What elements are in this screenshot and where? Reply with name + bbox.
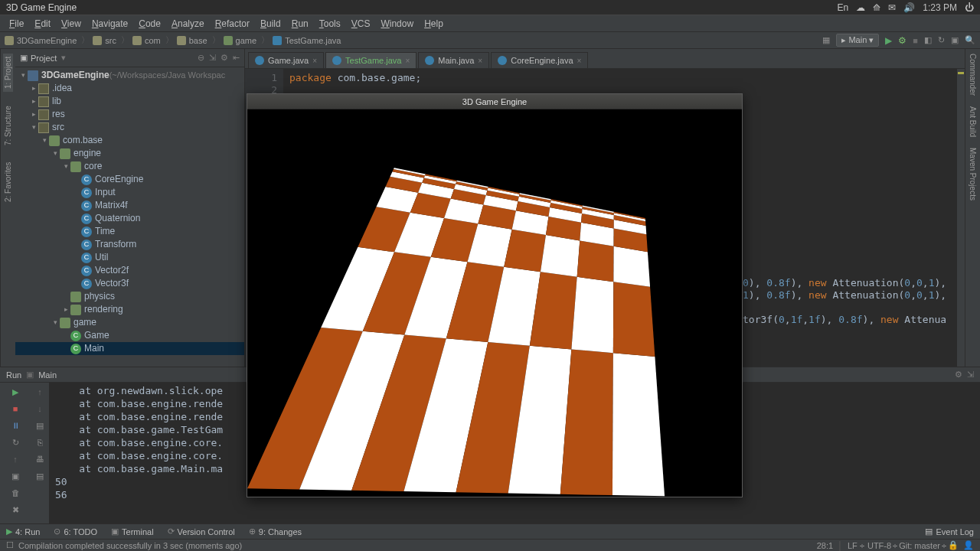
left-tool-tabs[interactable]: 2: Favorites 7: Structure 1: Project [0, 49, 15, 367]
menu-refactor[interactable]: Refactor [211, 17, 254, 31]
up-icon[interactable]: ↑ [9, 453, 21, 465]
bottom-tool-todo[interactable]: ⊙6: TODO [54, 527, 97, 536]
rerun-button[interactable]: ▶ [9, 386, 21, 398]
search-icon[interactable]: 🔍 [965, 35, 975, 45]
tree-node-transform[interactable]: CTransform [15, 238, 244, 251]
cloud-icon[interactable]: ☁ [856, 2, 865, 13]
tree-node-coreengine[interactable]: CCoreEngine [15, 173, 244, 186]
menu-analyze[interactable]: Analyze [167, 17, 209, 31]
layout-icon[interactable]: ▣ [951, 35, 959, 45]
tree-node-src[interactable]: ▾src [15, 121, 244, 134]
collapse-icon[interactable]: ⊖ [198, 53, 204, 63]
autoscroll-icon[interactable]: ⇲ [209, 53, 216, 63]
git-branch[interactable]: Git: master [899, 541, 940, 550]
pin-icon[interactable]: ✖ [9, 504, 21, 516]
editor-tabs[interactable]: Game.java×TestGame.java×Main.java×CoreEn… [245, 49, 965, 69]
power-icon[interactable]: ⏻ [965, 2, 974, 13]
breadcrumb-item[interactable]: 3DGameEngine [5, 34, 77, 46]
tree-node-matrix4f[interactable]: CMatrix4f [15, 199, 244, 212]
tree-node-main[interactable]: CMain [15, 342, 244, 355]
stop-run-button[interactable]: ■ [9, 403, 21, 415]
menu-help[interactable]: Help [420, 17, 448, 31]
restore-icon[interactable]: ↻ [9, 436, 21, 448]
encoding[interactable]: UTF-8 [867, 541, 891, 550]
bottom-tool-versioncontrol[interactable]: ⟳Version Control [168, 527, 235, 536]
bottom-tool-terminal[interactable]: ▣Terminal [111, 527, 154, 536]
line-ending[interactable]: LF ÷ [848, 541, 864, 550]
breadcrumb-item[interactable]: 〉base [165, 34, 207, 46]
editor-tab[interactable]: Game.java× [248, 52, 324, 68]
pause-button[interactable]: ⏸ [9, 419, 21, 432]
clock[interactable]: 1:23 PM [923, 2, 957, 13]
tool-commander[interactable]: Commander [969, 54, 977, 96]
game-window[interactable]: 3D Game Engine [247, 93, 743, 497]
project-tree[interactable]: ▾3DGameEngine (~/Workspaces/Java Workspa… [15, 67, 244, 367]
run-button[interactable]: ▶ [885, 35, 892, 46]
tree-node-quaternion[interactable]: CQuaternion [15, 212, 244, 225]
mail-icon[interactable]: ✉ [888, 2, 896, 13]
menu-edit[interactable]: Edit [30, 17, 55, 31]
right-tool-tabs[interactable]: Commander Ant Build Maven Projects [965, 49, 980, 367]
tree-node-rendering[interactable]: ▸rendering [15, 303, 244, 316]
breadcrumb-item[interactable]: 〉src [81, 34, 116, 46]
breadcrumb-item[interactable]: 〉com [121, 34, 161, 46]
run-min-icon[interactable]: ⇲ [967, 370, 974, 380]
tool-favorites[interactable]: 2: Favorites [3, 159, 13, 205]
tree-node-util[interactable]: CUtil [15, 251, 244, 264]
tree-node-time[interactable]: CTime [15, 225, 244, 238]
menu-build[interactable]: Build [256, 17, 286, 31]
status-notify-icon[interactable]: ☐ [6, 540, 14, 550]
menu-navigate[interactable]: Navigate [87, 17, 132, 31]
tool-ant[interactable]: Ant Build [969, 106, 977, 137]
menu-run[interactable]: Run [287, 17, 313, 31]
tree-node-input[interactable]: CInput [15, 186, 244, 199]
run-toolbar[interactable]: ▶ ■ ⏸ ↻ ↑ ▣ 🗑 ✖ [0, 383, 31, 523]
stop-button[interactable]: ■ [913, 36, 918, 45]
cov-icon[interactable]: ◧ [924, 35, 932, 45]
tree-node-res[interactable]: ▸res [15, 108, 244, 121]
menu-tools[interactable]: Tools [315, 17, 345, 31]
error-stripe[interactable] [957, 69, 965, 367]
tool-structure[interactable]: 7: Structure [3, 103, 13, 148]
tool-project[interactable]: 1: Project [3, 54, 13, 92]
tree-node-physics[interactable]: physics [15, 290, 244, 303]
run-toolbar-2[interactable]: ↑ ↓ ▤ ⎘ 🖶 ▤ [31, 383, 49, 523]
event-log-button[interactable]: ▤ Event Log [925, 527, 974, 536]
tree-node-vector3f[interactable]: CVector3f [15, 277, 244, 290]
breadcrumb-item[interactable]: 〉game [212, 34, 257, 46]
debug-button[interactable]: ⚙ [898, 35, 906, 46]
tree-node-engine[interactable]: ▾engine [15, 147, 244, 160]
tree-node-com.base[interactable]: ▾com.base [15, 134, 244, 147]
tool-maven[interactable]: Maven Projects [969, 148, 977, 201]
hat-icon[interactable]: 👤 [963, 540, 974, 550]
run-config-select[interactable]: ▸ Main ▾ [836, 34, 879, 47]
tree-node-core[interactable]: ▾core [15, 160, 244, 173]
build-icon[interactable]: ▦ [822, 35, 830, 45]
dump-icon[interactable]: ▣ [9, 470, 21, 482]
bottom-tool-changes[interactable]: ⊕9: Changes [249, 527, 302, 536]
menu-vcs[interactable]: VCS [347, 17, 375, 31]
editor-tab[interactable]: CoreEngine.java× [491, 52, 588, 68]
tree-node-lib[interactable]: ▸lib [15, 95, 244, 108]
hide-icon[interactable]: ⇤ [233, 53, 240, 63]
lock-icon[interactable]: 🔒 [948, 540, 959, 550]
breadcrumb-item[interactable]: 〉TestGame.java [261, 34, 341, 46]
game-window-title[interactable]: 3D Game Engine [247, 94, 742, 109]
run-gear-icon[interactable]: ⚙ [955, 370, 962, 380]
lang-indicator[interactable]: En [838, 2, 849, 13]
menu-view[interactable]: View [57, 17, 86, 31]
tree-node-game[interactable]: ▾game [15, 316, 244, 329]
refresh-icon[interactable]: ↻ [938, 35, 945, 45]
updates-icon[interactable]: ⟰ [873, 2, 880, 13]
menu-window[interactable]: Window [376, 17, 418, 31]
editor-tab[interactable]: Main.java× [418, 52, 489, 68]
trash-icon[interactable]: 🗑 [9, 487, 21, 499]
tree-node-game[interactable]: CGame [15, 329, 244, 342]
tree-node-vector2f[interactable]: CVector2f [15, 264, 244, 277]
menu-file[interactable]: File [5, 17, 28, 31]
gear-icon[interactable]: ⚙ [220, 53, 228, 63]
bottom-tool-run[interactable]: ▶4: Run [6, 527, 40, 536]
volume-icon[interactable]: 🔊 [903, 2, 915, 13]
editor-tab[interactable]: TestGame.java× [325, 52, 416, 68]
menu-code[interactable]: Code [134, 17, 165, 31]
